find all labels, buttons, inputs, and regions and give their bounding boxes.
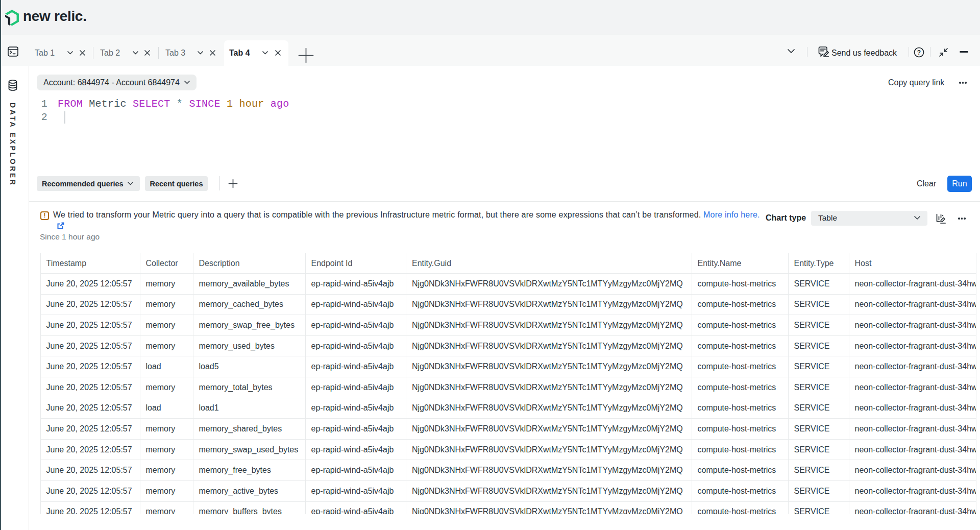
svg-text:?: ? (917, 49, 921, 56)
